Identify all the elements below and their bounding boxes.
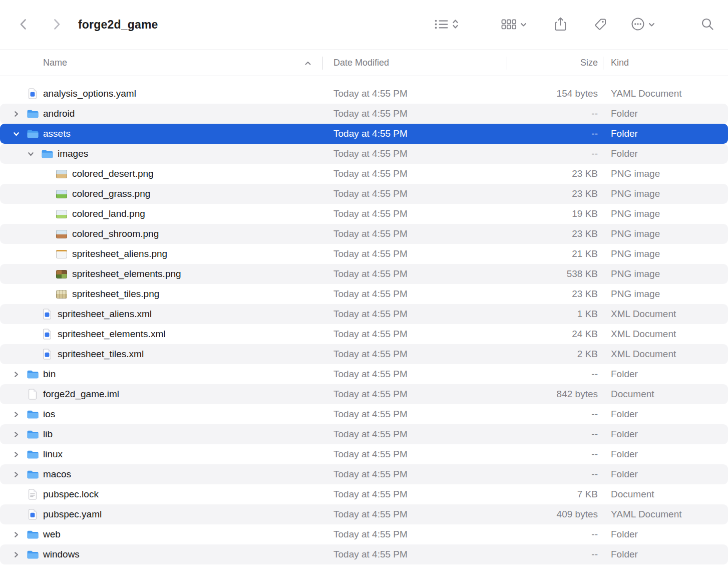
file-date-modified: Today at 4:55 PM [322, 389, 507, 400]
file-row-linux[interactable]: linuxToday at 4:55 PM--Folder [0, 444, 728, 464]
list-view-button[interactable] [435, 18, 459, 32]
disclosure-chevron-icon[interactable] [8, 111, 24, 117]
file-date-modified: Today at 4:55 PM [322, 168, 507, 179]
file-row-spritesheet_aliens.png[interactable]: spritesheet_aliens.pngToday at 4:55 PM21… [0, 244, 728, 264]
file-row-spritesheet_aliens.xml[interactable]: spritesheet_aliens.xmlToday at 4:55 PM1 … [0, 304, 728, 324]
file-size: -- [507, 549, 603, 560]
file-row-forge2d_game.iml[interactable]: forge2d_game.imlToday at 4:55 PM842 byte… [0, 384, 728, 404]
name-cell: colored_grass.png [0, 188, 322, 199]
xml-doc-icon [39, 329, 56, 340]
file-name: spritesheet_aliens.xml [58, 309, 152, 320]
file-row-analysis_options.yaml[interactable]: analysis_options.yamlToday at 4:55 PM154… [0, 84, 728, 104]
file-row-windows[interactable]: windowsToday at 4:55 PM--Folder [0, 544, 728, 564]
file-row-assets[interactable]: assetsToday at 4:55 PM--Folder [0, 124, 728, 144]
file-size: 23 KB [507, 228, 603, 239]
disclosure-chevron-icon[interactable] [8, 551, 24, 558]
disclosure-chevron-icon[interactable] [8, 431, 24, 438]
disclosure-chevron-icon[interactable] [23, 151, 39, 157]
file-size: -- [507, 409, 603, 420]
file-row-images[interactable]: imagesToday at 4:55 PM--Folder [0, 144, 728, 164]
xml-doc-icon [39, 309, 56, 320]
disclosure-chevron-icon[interactable] [8, 471, 24, 478]
disclosure-chevron-icon[interactable] [8, 131, 24, 137]
file-row-spritesheet_elements.xml[interactable]: spritesheet_elements.xmlToday at 4:55 PM… [0, 324, 728, 344]
file-row-bin[interactable]: binToday at 4:55 PM--Folder [0, 364, 728, 384]
sort-updown-icon [452, 18, 459, 32]
file-size: -- [507, 469, 603, 480]
name-cell: pubspec.lock [0, 489, 322, 500]
file-size: 19 KB [507, 208, 603, 219]
disclosure-chevron-icon[interactable] [8, 451, 24, 458]
file-date-modified: Today at 4:55 PM [322, 469, 507, 480]
file-kind: PNG image [603, 268, 728, 279]
file-row-colored_desert.png[interactable]: colored_desert.pngToday at 4:55 PM23 KBP… [0, 164, 728, 184]
file-row-colored_shroom.png[interactable]: colored_shroom.pngToday at 4:55 PM23 KBP… [0, 224, 728, 244]
back-chevron-icon [20, 19, 27, 32]
file-date-modified: Today at 4:55 PM [322, 309, 507, 320]
column-name-label: Name [43, 58, 67, 68]
more-options-button[interactable] [631, 17, 655, 33]
file-row-web[interactable]: webToday at 4:55 PM--Folder [0, 524, 728, 544]
file-row-macos[interactable]: macosToday at 4:55 PM--Folder [0, 464, 728, 484]
forward-button[interactable] [48, 15, 66, 35]
file-row-spritesheet_tiles.png[interactable]: spritesheet_tiles.pngToday at 4:55 PM23 … [0, 284, 728, 304]
file-name: bin [43, 369, 56, 380]
forward-chevron-icon [54, 19, 61, 32]
file-size: 24 KB [507, 329, 603, 340]
file-row-colored_grass.png[interactable]: colored_grass.pngToday at 4:55 PM23 KBPN… [0, 184, 728, 204]
file-kind: Folder [603, 429, 728, 440]
file-row-ios[interactable]: iosToday at 4:55 PM--Folder [0, 404, 728, 424]
file-row-spritesheet_tiles.xml[interactable]: spritesheet_tiles.xmlToday at 4:55 PM2 K… [0, 344, 728, 364]
img-tiles-icon [53, 290, 70, 299]
disclosure-chevron-icon[interactable] [8, 371, 24, 378]
column-header-date-modified[interactable]: Date Modified [322, 50, 507, 76]
file-kind: Folder [603, 128, 728, 139]
share-button[interactable] [555, 17, 566, 33]
file-kind: Folder [603, 549, 728, 560]
file-kind: PNG image [603, 248, 728, 259]
file-size: 154 bytes [507, 88, 603, 99]
file-date-modified: Today at 4:55 PM [322, 509, 507, 520]
file-kind: Folder [603, 148, 728, 159]
column-header-kind[interactable]: Kind [603, 50, 728, 76]
file-row-android[interactable]: androidToday at 4:55 PM--Folder [0, 104, 728, 124]
disclosure-chevron-icon[interactable] [8, 531, 24, 538]
file-date-modified: Today at 4:55 PM [322, 549, 507, 560]
file-kind: Document [603, 489, 728, 500]
column-header-name[interactable]: Name [0, 50, 322, 76]
file-row-colored_land.png[interactable]: colored_land.pngToday at 4:55 PM19 KBPNG… [0, 204, 728, 224]
column-headers: Name Date Modified Size Kind [0, 50, 728, 76]
tag-button[interactable] [594, 18, 607, 32]
column-header-size[interactable]: Size [507, 50, 603, 76]
file-kind: PNG image [603, 188, 728, 199]
file-name: forge2d_game.iml [43, 389, 119, 400]
search-button[interactable] [701, 18, 714, 32]
group-view-button[interactable] [501, 19, 527, 31]
name-cell: colored_shroom.png [0, 228, 322, 239]
file-name: analysis_options.yaml [43, 88, 136, 99]
name-cell: assets [0, 128, 322, 139]
back-button[interactable] [14, 15, 32, 35]
file-kind: Folder [603, 409, 728, 420]
file-row-pubspec.lock[interactable]: pubspec.lockToday at 4:55 PM7 KBDocument [0, 484, 728, 504]
name-cell: forge2d_game.iml [0, 389, 322, 400]
file-row-pubspec.yaml[interactable]: pubspec.yamlToday at 4:55 PM409 bytesYAM… [0, 504, 728, 524]
column-size-label: Size [580, 58, 598, 68]
file-name: spritesheet_elements.png [72, 268, 181, 279]
search-icon [701, 18, 714, 32]
file-row-lib[interactable]: libToday at 4:55 PM--Folder [0, 424, 728, 444]
file-date-modified: Today at 4:55 PM [322, 208, 507, 219]
file-name: colored_desert.png [72, 168, 154, 179]
file-size: 538 KB [507, 268, 603, 279]
file-size: 409 bytes [507, 509, 603, 520]
file-kind: Folder [603, 469, 728, 480]
disclosure-chevron-icon[interactable] [8, 411, 24, 418]
folder-icon [24, 409, 41, 420]
file-kind: Folder [603, 369, 728, 380]
file-row-spritesheet_elements.png[interactable]: spritesheet_elements.pngToday at 4:55 PM… [0, 264, 728, 284]
column-date-label: Date Modified [333, 58, 389, 68]
file-date-modified: Today at 4:55 PM [322, 188, 507, 199]
file-date-modified: Today at 4:55 PM [322, 248, 507, 259]
finder-window: forge2d_game [0, 0, 728, 564]
img-land-icon [53, 210, 70, 218]
